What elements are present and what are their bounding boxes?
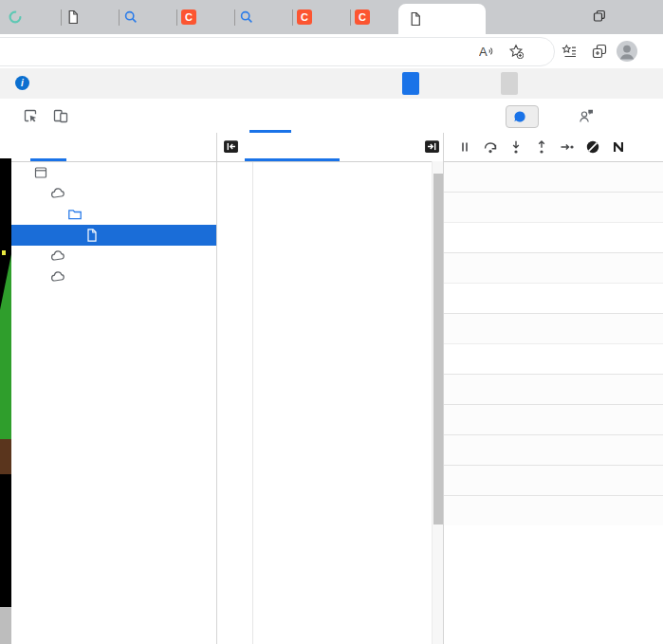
set-root-folder-button[interactable] [402, 72, 419, 95]
browser-tab[interactable] [235, 0, 292, 34]
line-number[interactable] [216, 217, 249, 230]
address-bar[interactable] [0, 37, 555, 66]
browser-tab[interactable] [120, 0, 176, 34]
tree-row-3d-tree.html[interactable] [11, 225, 216, 246]
line-number[interactable] [216, 244, 249, 257]
step-over-icon[interactable] [483, 139, 498, 155]
line-number[interactable] [216, 613, 249, 626]
window-minimize-button[interactable] [534, 0, 576, 32]
open-file-right-icon[interactable] [424, 138, 440, 155]
scrollbar-thumb[interactable] [433, 174, 443, 524]
line-number[interactable] [216, 626, 249, 639]
line-number[interactable] [216, 489, 249, 503]
line-number[interactable] [216, 203, 249, 216]
code-line [216, 558, 432, 571]
line-number[interactable] [216, 162, 249, 175]
code-line [216, 285, 432, 299]
infobar-close-icon[interactable] [647, 72, 663, 95]
debug-section-XHR/提取断点[interactable] [444, 374, 663, 404]
page-viewport[interactable] [0, 133, 11, 644]
debug-section-全局侦听器[interactable] [444, 434, 663, 465]
deactivate-breakpoints-icon[interactable] [585, 139, 600, 155]
line-number[interactable] [216, 558, 249, 571]
code-line [216, 626, 432, 639]
page-sky [0, 133, 11, 158]
line-number[interactable] [216, 585, 249, 598]
step-icon[interactable] [560, 139, 575, 155]
line-number[interactable] [216, 435, 249, 449]
editor-tab-3d-tree[interactable] [245, 133, 275, 160]
debug-section-CSP 违反了规定断点[interactable] [444, 495, 663, 525]
pause-icon[interactable] [457, 139, 472, 155]
debug-section-监视[interactable] [444, 162, 663, 192]
inspect-element-icon[interactable] [22, 107, 39, 124]
collections-icon[interactable] [558, 40, 580, 63]
line-number[interactable] [216, 449, 249, 462]
debug-section-DOM 断点[interactable] [444, 404, 663, 434]
issues-badge[interactable] [506, 105, 539, 128]
line-number[interactable] [216, 190, 249, 203]
code-line [216, 476, 432, 489]
line-number[interactable] [216, 285, 249, 299]
code-line [216, 572, 432, 585]
line-number[interactable] [216, 517, 249, 530]
favorite-star-icon[interactable] [505, 40, 527, 63]
window-restore-button[interactable] [579, 0, 620, 32]
line-number[interactable] [216, 599, 249, 613]
line-number[interactable] [216, 340, 249, 353]
line-number[interactable] [216, 395, 249, 408]
feedback-icon[interactable] [578, 107, 595, 124]
line-number[interactable] [216, 476, 249, 489]
debug-section-事件侦听器断点[interactable] [444, 465, 663, 495]
line-number[interactable] [216, 380, 249, 394]
step-into-icon[interactable] [508, 139, 524, 155]
line-number[interactable] [216, 421, 249, 434]
line-number[interactable] [216, 572, 249, 585]
line-number[interactable] [216, 408, 249, 421]
copy-add-icon[interactable] [588, 40, 611, 63]
new-tab-button[interactable] [477, 8, 498, 28]
browser-tab[interactable] [4, 0, 61, 34]
line-number[interactable] [216, 326, 249, 340]
browser-tab[interactable]: C [293, 0, 350, 34]
tree-row-E:/Users/dell/Downloads/cl[interactable] [11, 204, 216, 225]
search-icon [239, 9, 254, 25]
debug-section-调用堆栈[interactable] [444, 313, 663, 343]
browser-more-icon[interactable] [643, 40, 663, 63]
tree-row-unpkg.com[interactable] [11, 267, 216, 287]
code-line [216, 217, 432, 230]
line-number[interactable] [216, 271, 249, 285]
line-number[interactable] [216, 463, 249, 476]
device-emulation-icon[interactable] [52, 107, 69, 124]
section-placeholder [444, 283, 663, 313]
step-out-icon[interactable] [534, 139, 549, 155]
tree-row-threejs.org[interactable] [11, 246, 216, 267]
tree-row-file://[interactable] [11, 183, 216, 204]
line-number[interactable] [216, 504, 249, 517]
read-aloud-icon[interactable]: A [476, 40, 499, 63]
line-number[interactable] [216, 531, 249, 544]
line-number[interactable] [216, 299, 249, 312]
line-number[interactable] [216, 230, 249, 244]
browser-tab[interactable] [62, 0, 119, 34]
line-number[interactable] [216, 544, 249, 558]
line-number[interactable] [216, 258, 249, 271]
debug-section-作用域[interactable] [444, 252, 663, 283]
browser-tab[interactable]: C [177, 0, 234, 34]
line-number[interactable] [216, 312, 249, 325]
window-close-button[interactable] [625, 0, 663, 32]
tree-row-top[interactable] [11, 162, 216, 183]
dismiss-button[interactable] [501, 72, 518, 95]
line-number[interactable] [216, 353, 249, 366]
active-tab[interactable] [398, 4, 486, 34]
section-placeholder [444, 222, 663, 252]
code-editor [216, 162, 432, 644]
profile-avatar[interactable] [615, 39, 639, 64]
line-number[interactable] [216, 175, 249, 189]
page-ground [0, 607, 11, 644]
line-number[interactable] [216, 367, 249, 380]
code-line [216, 435, 432, 449]
pause-on-exceptions-icon[interactable] [611, 139, 626, 155]
debug-section-断点[interactable] [444, 192, 663, 222]
toggle-navigator-left-icon[interactable] [223, 138, 239, 155]
